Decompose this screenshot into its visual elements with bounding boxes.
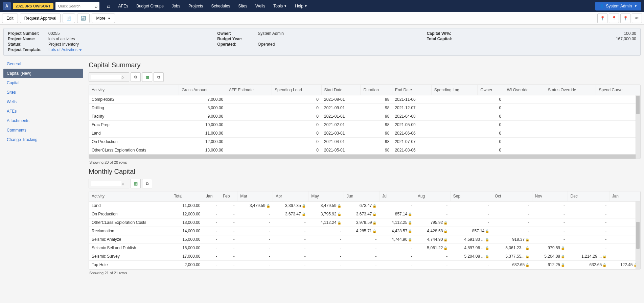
- map-pin-red-icon[interactable]: 📍: [597, 14, 607, 23]
- col-owner[interactable]: Owner: [478, 85, 504, 95]
- search-icon[interactable]: ⌕: [121, 181, 124, 186]
- col-sep[interactable]: Sep: [450, 191, 492, 202]
- export-button[interactable]: 📄: [63, 14, 75, 23]
- table-row[interactable]: Facility9,000.0002021-01-01982021-04-080: [89, 112, 640, 120]
- col-may[interactable]: May: [308, 191, 344, 202]
- table-row[interactable]: Top Hole2,000.00---------632.65🔒612.25🔒6…: [89, 261, 640, 269]
- sidenav-sites[interactable]: Sites: [3, 88, 83, 97]
- table-row[interactable]: Seismic Sell and Publish16,000.00-------…: [89, 244, 640, 252]
- refresh-button[interactable]: 🔄: [77, 14, 90, 23]
- table-row[interactable]: On Production12,000.0002021-04-01982021-…: [89, 137, 640, 146]
- search-icon[interactable]: ⌕: [95, 3, 97, 9]
- col-spend-curve[interactable]: Spend Curve: [596, 85, 640, 95]
- sidenav-change-tracking[interactable]: Change Tracking: [3, 135, 83, 144]
- project-header: Project Number:00255 Project Name:lots o…: [3, 28, 641, 56]
- excel-icon: ▦: [145, 75, 149, 79]
- lock-icon: 🔒: [337, 204, 341, 208]
- col-apr[interactable]: Apr: [273, 191, 308, 202]
- col-jan[interactable]: Jan: [609, 191, 640, 202]
- settings-button[interactable]: ⚙: [131, 72, 141, 82]
- col-start-date[interactable]: Start Date: [321, 85, 361, 95]
- sidenav-wells[interactable]: Wells: [3, 97, 83, 107]
- table-row[interactable]: OtherCLass:Exploration Costs13,000.00020…: [89, 146, 640, 154]
- col-spending-lag[interactable]: Spending Lag: [431, 85, 477, 95]
- sidenav-general[interactable]: General: [3, 59, 83, 69]
- edit-button[interactable]: Edit: [2, 14, 18, 23]
- col-oct[interactable]: Oct: [492, 191, 532, 202]
- search-input[interactable]: [55, 2, 99, 10]
- col-total[interactable]: Total: [171, 191, 203, 202]
- capital-wi-label: Capital WI%:: [427, 31, 467, 36]
- table-row[interactable]: OtherCLass:Exploration Costs13,000.00---…: [89, 218, 640, 227]
- project-name-label: Project Name:: [8, 37, 48, 41]
- capital-search-input[interactable]: [91, 75, 121, 79]
- arrow-right-icon[interactable]: ➜: [78, 47, 82, 52]
- col-afe-estimate[interactable]: AFE Estimate: [226, 85, 272, 95]
- sidenav-capital[interactable]: Capital: [3, 78, 83, 88]
- sidenav-attachments[interactable]: Attachments: [3, 116, 83, 125]
- export-excel-button[interactable]: ▦: [131, 179, 141, 188]
- col-wi-override[interactable]: WI Override: [504, 85, 545, 95]
- home-button[interactable]: ⌂: [103, 0, 114, 12]
- table-row[interactable]: Reclamation14,000.00-----4,285.71🔒4,428.…: [89, 227, 640, 235]
- eye-icon[interactable]: 👁: [632, 14, 642, 23]
- vertical-scrollbar[interactable]: [636, 95, 640, 159]
- nav-budget-groups[interactable]: Budget Groups: [132, 0, 168, 12]
- sidenav-comments[interactable]: Comments: [3, 125, 83, 135]
- map-pin-orange-icon[interactable]: 📍: [620, 14, 630, 23]
- col-end-date[interactable]: End Date: [392, 85, 431, 95]
- table-row[interactable]: Seismic Analyze15,000.00------4,744.90🔒4…: [89, 235, 640, 244]
- col-jun[interactable]: Jun: [344, 191, 380, 202]
- lock-icon: 🔒: [443, 238, 447, 241]
- col-gross-amount[interactable]: Gross Amount: [179, 85, 226, 95]
- nav-items: ⌂ AFEsBudget GroupsJobsProjectsSchedules…: [103, 0, 595, 12]
- col-activity[interactable]: Activity: [89, 191, 171, 202]
- table-row[interactable]: Land11,000.00--3,479.59🔒3,367.35🔒3,479.5…: [89, 202, 640, 210]
- col-mar[interactable]: Mar: [237, 191, 273, 202]
- col-jul[interactable]: Jul: [379, 191, 415, 202]
- table-row[interactable]: Completion27,000.0002021-08-01982021-11-…: [89, 95, 640, 103]
- quick-search: ⌕: [55, 2, 99, 10]
- nav-afes[interactable]: AFEs: [114, 0, 132, 12]
- table-row[interactable]: Frac Prep10,000.0002021-02-01982021-05-0…: [89, 120, 640, 129]
- col-status-override[interactable]: Status Override: [545, 85, 596, 95]
- col-dec[interactable]: Dec: [568, 191, 609, 202]
- nav-jobs[interactable]: Jobs: [168, 0, 184, 12]
- request-approval-button[interactable]: Request Approval: [20, 14, 61, 23]
- table-row[interactable]: Seismic Survey17,000.00--------5,204.08 …: [89, 252, 640, 261]
- col-aug[interactable]: Aug: [415, 191, 450, 202]
- col-feb[interactable]: Feb: [220, 191, 237, 202]
- col-activity[interactable]: Activity: [89, 85, 179, 95]
- table-row[interactable]: Land11,000.0002021-03-01982021-06-060: [89, 129, 640, 137]
- sidenav-capital-new-[interactable]: Capital (New): [3, 69, 83, 78]
- lock-icon: 🔒: [337, 221, 341, 225]
- more-menu[interactable]: More ▼: [92, 14, 115, 23]
- sidenav-afes[interactable]: AFEs: [3, 107, 83, 116]
- table-row[interactable]: On Production12,000.00---3,673.47🔒3,795.…: [89, 210, 640, 218]
- vertical-scrollbar[interactable]: [636, 202, 640, 270]
- copy-button[interactable]: ⧉: [142, 179, 152, 188]
- table-row[interactable]: Drilling8,000.0002021-09-01982021-12-070: [89, 103, 640, 112]
- export-excel-button[interactable]: ▦: [142, 72, 152, 82]
- col-duration[interactable]: Duration: [361, 85, 392, 95]
- lock-icon: 🔒: [561, 263, 565, 267]
- lock-icon: 🔒: [443, 221, 447, 225]
- context-badge[interactable]: 2021 JRS UWISORT: [13, 3, 53, 9]
- nav-projects[interactable]: Projects: [184, 0, 207, 12]
- project-name-value: lots of activites: [48, 37, 75, 41]
- nav-schedules[interactable]: Schedules: [207, 0, 234, 12]
- nav-sites[interactable]: Sites: [234, 0, 251, 12]
- horizontal-scrollbar[interactable]: [89, 155, 640, 159]
- col-nov[interactable]: Nov: [532, 191, 568, 202]
- nav-wells[interactable]: Wells: [251, 0, 269, 12]
- col-spending-lead[interactable]: Spending Lead: [272, 85, 321, 95]
- monthly-search-input[interactable]: [91, 181, 121, 186]
- search-icon[interactable]: ⌕: [121, 75, 124, 79]
- col-jan[interactable]: Jan: [203, 191, 220, 202]
- app-logo-icon[interactable]: A: [3, 2, 11, 10]
- map-pin-dark-icon[interactable]: 📍: [609, 14, 619, 23]
- copy-button[interactable]: ⧉: [154, 72, 164, 82]
- nav-help[interactable]: Help▼: [291, 0, 312, 12]
- user-menu[interactable]: 👤 System Admin ▼: [595, 2, 641, 10]
- nav-tools[interactable]: Tools▼: [269, 0, 291, 12]
